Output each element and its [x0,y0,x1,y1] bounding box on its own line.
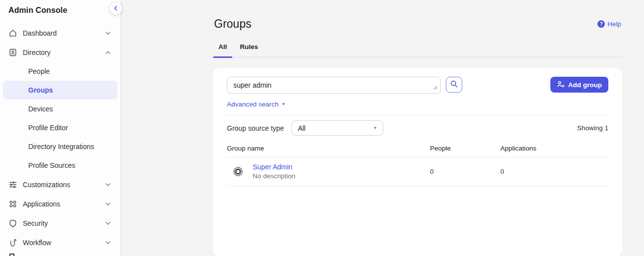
tab-bar: All Rules [213,43,622,57]
page-title: Groups [214,17,251,31]
advanced-search-label: Advanced search [227,101,278,108]
page-header: Groups ? Help [213,17,622,31]
search-icon [450,80,458,89]
sidebar-collapse-button[interactable] [109,2,122,15]
clipped-nav-icon [9,254,14,256]
sidebar-item-label: People [28,67,50,75]
showing-count: Showing 1 [577,124,608,132]
applications-count: 0 [500,168,608,175]
chevron-down-icon [106,32,110,35]
admin-console-screen: Admin Console Dashboard Directory [0,0,644,256]
column-people: People [430,145,500,152]
main-content: Groups ? Help All Rules super admin [213,0,622,256]
chevron-down-icon [106,222,110,225]
sidebar-nav: Dashboard Directory People Groups [0,23,120,252]
sidebar-item-label: Applications [23,200,60,208]
groups-card: super admin Add group [213,68,622,256]
sidebar-item-profile-editor[interactable]: Profile Editor [0,118,120,137]
chevron-up-icon [106,51,110,54]
group-sunburst-icon [231,165,245,178]
sidebar-item-label: Dashboard [23,29,57,37]
divider [227,115,608,115]
sidebar-item-label: Workflow [23,239,51,247]
sidebar-item-customizations[interactable]: Customizations [0,175,120,194]
sidebar-item-label: Groups [28,86,53,94]
group-cell: Super Admin No description [227,163,430,180]
table-row: Super Admin No description 0 0 [227,157,608,186]
sliders-icon [8,180,17,189]
chevron-left-icon [113,5,118,12]
column-group-name: Group name [227,145,430,152]
caret-down-icon: ▼ [373,126,377,130]
sidebar-item-label: Customizations [23,181,70,189]
group-source-type-select[interactable]: All ▼ [291,120,383,136]
tab-rules[interactable]: Rules [234,43,264,57]
chevron-down-icon [106,183,110,186]
sidebar-item-label: Directory Integrations [28,143,94,151]
sidebar-item-profile-sources[interactable]: Profile Sources [0,156,120,175]
add-group-icon [557,80,565,90]
add-group-button[interactable]: Add group [550,77,608,93]
caret-down-icon: ▼ [281,102,285,106]
grid-icon [8,200,17,208]
help-label: Help [607,20,621,28]
workflow-icon [8,238,17,247]
sidebar-item-people[interactable]: People [0,62,120,81]
sidebar-item-devices[interactable]: Devices [0,100,120,118]
people-count: 0 [430,168,500,175]
sidebar-item-label: Directory [23,49,51,56]
sidebar: Admin Console Dashboard Directory [0,0,120,256]
sidebar-item-dashboard[interactable]: Dashboard [0,23,120,43]
sidebar-item-directory[interactable]: Directory [0,43,120,62]
sidebar-item-label: Security [23,219,48,227]
sidebar-item-label: Devices [28,105,53,113]
app-title: Admin Console [0,0,120,15]
selected-option: All [298,124,306,132]
sidebar-item-directory-integrations[interactable]: Directory Integrations [0,137,120,156]
group-text: Super Admin No description [253,163,295,180]
chevron-down-icon [106,203,110,205]
id-badge-icon [8,48,17,57]
sidebar-item-label: Profile Sources [28,161,75,169]
shield-icon [8,219,17,228]
group-name-link[interactable]: Super Admin [253,163,292,171]
add-group-label: Add group [568,81,602,89]
chevron-down-icon [106,241,110,244]
advanced-search-link[interactable]: Advanced search ▼ [227,101,285,108]
search-field-wrap: super admin [227,77,441,96]
sidebar-item-applications[interactable]: Applications [0,194,120,213]
tab-all[interactable]: All [213,43,232,57]
help-icon: ? [597,20,605,28]
home-icon [8,29,17,38]
help-link[interactable]: ? Help [597,20,621,28]
column-applications: Applications [500,145,608,152]
sidebar-item-security[interactable]: Security [0,213,120,233]
table-header: Group name People Applications [227,140,608,157]
sidebar-item-label: Profile Editor [28,124,68,132]
sidebar-item-groups[interactable]: Groups [3,81,117,100]
search-button[interactable] [446,77,462,93]
group-source-type-label: Group source type [227,124,284,132]
group-search-input[interactable]: super admin [227,77,441,94]
filter-row: Group source type All ▼ Showing 1 [227,120,608,136]
sidebar-item-workflow[interactable]: Workflow [0,233,120,252]
groups-toolbar: super admin Add group [227,77,608,96]
group-description: No description [253,172,295,180]
